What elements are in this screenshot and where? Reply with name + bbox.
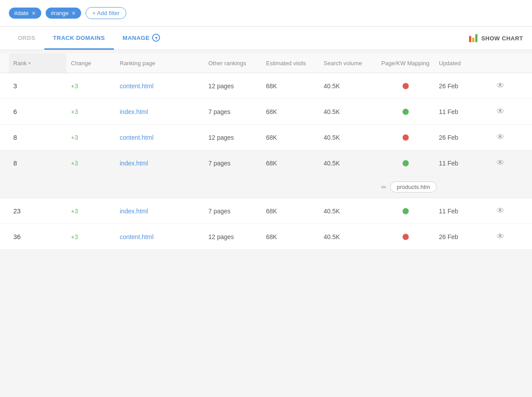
mapping-dot-green	[403, 160, 409, 166]
cell-eye[interactable]: 👁	[492, 73, 519, 98]
cell-other-rankings: 7 pages	[204, 200, 262, 223]
cell-updated: 26 Feb	[434, 225, 492, 248]
data-table: Rank ▾ Change Ranking page Other ranking…	[0, 54, 532, 250]
cell-rank: 36	[9, 225, 66, 248]
range-chip-close[interactable]: ✕	[71, 10, 76, 16]
mapping-expanded-cell: ✏ products.htm	[377, 176, 434, 198]
mapping-dot-green	[403, 109, 409, 115]
empty-cell	[204, 184, 262, 191]
tab-manage[interactable]: MANAGE ▾	[114, 27, 169, 50]
date-chip-label: #date	[14, 10, 29, 16]
range-filter-chip[interactable]: #range ✕	[46, 8, 81, 19]
cell-estimated-visits: 68K	[262, 152, 319, 175]
date-filter-chip[interactable]: #date ✕	[9, 8, 41, 19]
col-updated: Updated	[434, 54, 492, 73]
cell-ranking-page[interactable]: content.html	[115, 75, 204, 98]
cell-eye[interactable]: 👁	[492, 198, 519, 224]
cell-rank: 6	[9, 100, 66, 123]
cell-other-rankings: 7 pages	[204, 152, 262, 175]
cell-mapping	[377, 101, 434, 123]
col-rank[interactable]: Rank ▾	[9, 54, 66, 73]
tab-track-domains[interactable]: TRACK DOMAINS	[44, 28, 114, 50]
col-page-kw-mapping: Page/KW Mapping	[377, 54, 434, 73]
empty-cell	[66, 184, 115, 191]
manage-dropdown-icon[interactable]: ▾	[152, 34, 160, 42]
cell-mapping	[377, 152, 434, 174]
col-estimated-visits: Estimated visits	[262, 54, 319, 73]
cell-ranking-page[interactable]: index.html	[115, 152, 204, 175]
cell-change: +3	[66, 200, 115, 223]
mapping-dot-red	[403, 134, 409, 141]
chart-icon	[469, 34, 477, 42]
table-row: 23 +3 index.html 7 pages 68K 40.5K 11 Fe…	[0, 198, 532, 224]
date-chip-close[interactable]: ✕	[31, 10, 36, 16]
mapping-dot-green	[403, 208, 409, 214]
empty-cell	[115, 184, 204, 191]
table-row: 6 +3 index.html 7 pages 68K 40.5K 11 Feb…	[0, 99, 532, 125]
eye-icon[interactable]: 👁	[497, 232, 505, 241]
cell-eye[interactable]: 👁	[492, 99, 519, 124]
cell-search-volume: 40.5K	[319, 152, 377, 175]
cell-mapping	[377, 75, 434, 97]
filter-bar: #date ✕ #range ✕ + Add filter	[0, 0, 532, 27]
empty-cell	[319, 184, 377, 191]
col-ranking-page: Ranking page	[115, 54, 204, 73]
table-row-highlighted: 8 +3 index.html 7 pages 68K 40.5K 11 Feb…	[0, 150, 532, 176]
tab-ords[interactable]: ORDS	[9, 28, 44, 50]
cell-updated: 26 Feb	[434, 126, 492, 149]
cell-change: +3	[66, 75, 115, 98]
cell-change: +3	[66, 225, 115, 248]
show-chart-button[interactable]: SHOW CHART	[469, 27, 523, 49]
eye-icon[interactable]: 👁	[497, 158, 505, 167]
cell-estimated-visits: 68K	[262, 200, 319, 223]
cell-estimated-visits: 68K	[262, 225, 319, 248]
table-row: 8 +3 content.html 12 pages 68K 40.5K 26 …	[0, 125, 532, 150]
cell-mapping	[377, 200, 434, 222]
eye-icon[interactable]: 👁	[497, 206, 505, 215]
cell-updated: 11 Feb	[434, 152, 492, 175]
table-header: Rank ▾ Change Ranking page Other ranking…	[0, 54, 532, 73]
cell-mapping	[377, 126, 434, 149]
cell-search-volume: 40.5K	[319, 75, 377, 98]
mapping-dot-red	[403, 83, 409, 89]
mapping-tag: products.htm	[390, 181, 437, 193]
mapping-dot-red	[403, 234, 409, 240]
cell-mapping	[377, 226, 434, 248]
cell-eye[interactable]: 👁	[492, 125, 519, 150]
cell-change: +3	[66, 152, 115, 175]
nav-bar: ORDS TRACK DOMAINS MANAGE ▾ SHOW CHART	[0, 27, 532, 50]
col-other-rankings: Other rankings	[204, 54, 262, 73]
cell-eye[interactable]: 👁	[492, 150, 519, 176]
cell-search-volume: 40.5K	[319, 126, 377, 149]
empty-cell	[492, 184, 519, 191]
eye-icon[interactable]: 👁	[497, 107, 505, 116]
col-search-volume: Search volume	[319, 54, 377, 73]
cell-eye[interactable]: 👁	[492, 224, 519, 249]
eye-icon[interactable]: 👁	[497, 81, 505, 90]
col-actions	[492, 54, 519, 73]
cell-rank: 3	[9, 74, 66, 98]
cell-ranking-page[interactable]: index.html	[115, 200, 204, 223]
add-filter-button[interactable]: + Add filter	[86, 7, 126, 19]
empty-cell	[262, 184, 319, 191]
cell-search-volume: 40.5K	[319, 225, 377, 248]
cell-ranking-page[interactable]: content.html	[115, 225, 204, 248]
cell-search-volume: 40.5K	[319, 100, 377, 123]
cell-estimated-visits: 68K	[262, 75, 319, 98]
empty-cell	[9, 184, 66, 191]
range-chip-label: #range	[51, 10, 69, 16]
sort-icon: ▾	[28, 61, 31, 66]
cell-estimated-visits: 68K	[262, 100, 319, 123]
cell-rank: 8	[9, 151, 66, 175]
cell-estimated-visits: 68K	[262, 126, 319, 149]
expanded-mapping-row: ✏ products.htm	[0, 176, 532, 198]
cell-updated: 11 Feb	[434, 200, 492, 223]
cell-updated: 26 Feb	[434, 75, 492, 98]
edit-icon[interactable]: ✏	[381, 184, 387, 191]
cell-ranking-page[interactable]: index.html	[115, 100, 204, 123]
cell-rank: 23	[9, 199, 66, 223]
cell-updated: 11 Feb	[434, 100, 492, 123]
cell-ranking-page[interactable]: content.html	[115, 126, 204, 149]
cell-other-rankings: 12 pages	[204, 126, 262, 149]
eye-icon[interactable]: 👁	[497, 133, 505, 142]
